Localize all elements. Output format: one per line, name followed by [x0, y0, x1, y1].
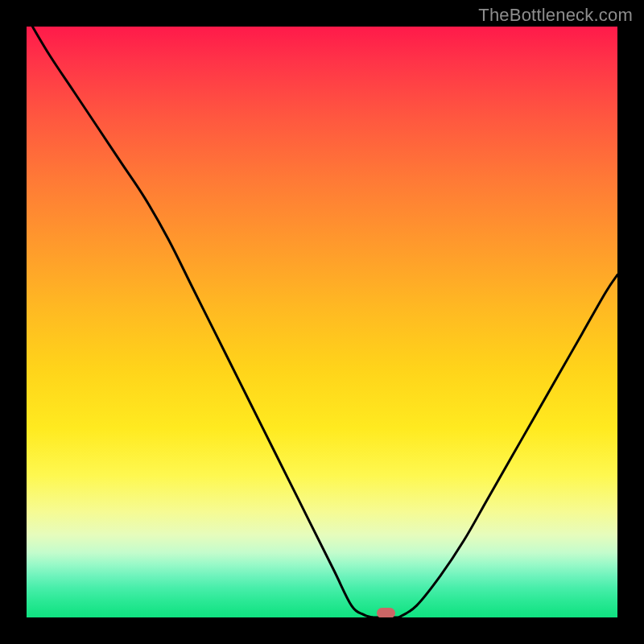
chart-frame: TheBottleneck.com — [0, 0, 644, 644]
plot-area — [27, 27, 617, 617]
watermark-text: TheBottleneck.com — [478, 5, 633, 26]
optimal-marker — [377, 608, 395, 617]
bottleneck-curve — [27, 27, 617, 617]
